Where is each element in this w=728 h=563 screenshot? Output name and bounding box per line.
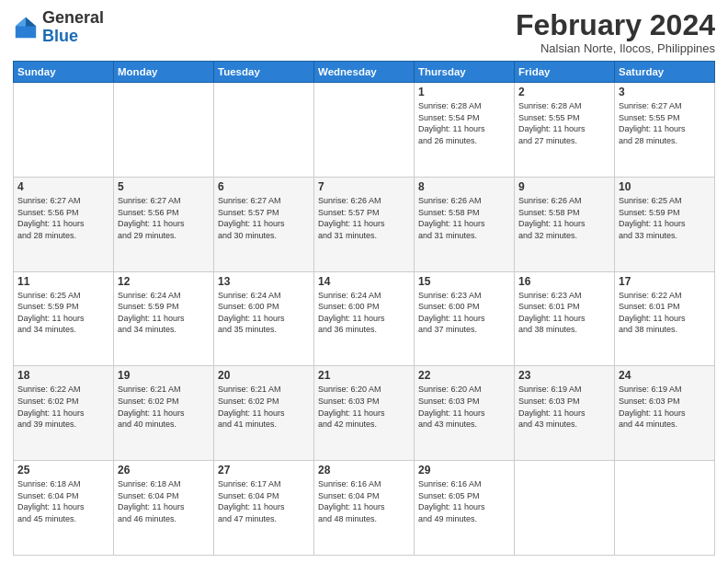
day-detail: Sunrise: 6:26 AM Sunset: 5:58 PM Dayligh… (418, 195, 510, 241)
day-number: 24 (619, 369, 711, 382)
title-block: February 2024 Nalsian Norte, Ilocos, Phi… (516, 9, 715, 55)
table-row: 4Sunrise: 6:27 AM Sunset: 5:56 PM Daylig… (14, 177, 114, 271)
day-number: 11 (17, 275, 109, 288)
day-number: 1 (418, 86, 510, 98)
day-number: 7 (318, 180, 410, 193)
table-row: 8Sunrise: 6:26 AM Sunset: 5:58 PM Daylig… (415, 177, 515, 271)
day-number: 14 (318, 275, 410, 288)
day-detail: Sunrise: 6:22 AM Sunset: 6:02 PM Dayligh… (17, 384, 109, 430)
table-row: 22Sunrise: 6:20 AM Sunset: 6:03 PM Dayli… (415, 366, 515, 461)
table-row (314, 83, 415, 178)
day-detail: Sunrise: 6:27 AM Sunset: 5:57 PM Dayligh… (218, 195, 310, 241)
day-detail: Sunrise: 6:22 AM Sunset: 6:01 PM Dayligh… (619, 290, 711, 336)
day-detail: Sunrise: 6:27 AM Sunset: 5:56 PM Dayligh… (17, 195, 109, 241)
calendar-week-row: 18Sunrise: 6:22 AM Sunset: 6:02 PM Dayli… (14, 366, 715, 461)
calendar-week-row: 1Sunrise: 6:28 AM Sunset: 5:54 PM Daylig… (14, 83, 715, 178)
day-detail: Sunrise: 6:28 AM Sunset: 5:55 PM Dayligh… (518, 100, 610, 146)
day-number: 23 (518, 369, 610, 382)
day-detail: Sunrise: 6:18 AM Sunset: 6:04 PM Dayligh… (118, 478, 210, 524)
table-row: 23Sunrise: 6:19 AM Sunset: 6:03 PM Dayli… (515, 366, 615, 461)
table-row: 20Sunrise: 6:21 AM Sunset: 6:02 PM Dayli… (214, 366, 314, 461)
table-row: 15Sunrise: 6:23 AM Sunset: 6:00 PM Dayli… (415, 271, 515, 366)
day-detail: Sunrise: 6:19 AM Sunset: 6:03 PM Dayligh… (619, 384, 711, 430)
table-row: 14Sunrise: 6:24 AM Sunset: 6:00 PM Dayli… (314, 271, 415, 366)
day-number: 20 (218, 369, 310, 382)
table-row (515, 461, 615, 556)
day-detail: Sunrise: 6:24 AM Sunset: 6:00 PM Dayligh… (318, 290, 410, 336)
day-detail: Sunrise: 6:24 AM Sunset: 6:00 PM Dayligh… (218, 290, 310, 336)
table-row (114, 83, 214, 178)
day-detail: Sunrise: 6:25 AM Sunset: 5:59 PM Dayligh… (17, 290, 109, 336)
day-detail: Sunrise: 6:19 AM Sunset: 6:03 PM Dayligh… (518, 384, 610, 430)
logo-general: General (42, 8, 104, 27)
col-thursday: Thursday (415, 62, 515, 83)
logo-blue: Blue (42, 27, 78, 45)
day-detail: Sunrise: 6:20 AM Sunset: 6:03 PM Dayligh… (418, 384, 510, 430)
table-row: 3Sunrise: 6:27 AM Sunset: 5:55 PM Daylig… (615, 83, 715, 178)
day-detail: Sunrise: 6:28 AM Sunset: 5:54 PM Dayligh… (418, 100, 510, 146)
day-number: 6 (218, 180, 310, 193)
day-detail: Sunrise: 6:23 AM Sunset: 6:01 PM Dayligh… (518, 290, 610, 336)
day-detail: Sunrise: 6:21 AM Sunset: 6:02 PM Dayligh… (218, 384, 310, 430)
day-detail: Sunrise: 6:25 AM Sunset: 5:59 PM Dayligh… (619, 195, 711, 241)
col-saturday: Saturday (615, 62, 715, 83)
col-friday: Friday (515, 62, 615, 83)
table-row: 25Sunrise: 6:18 AM Sunset: 6:04 PM Dayli… (14, 461, 114, 556)
table-row: 17Sunrise: 6:22 AM Sunset: 6:01 PM Dayli… (615, 271, 715, 366)
day-number: 13 (218, 275, 310, 288)
day-number: 15 (418, 275, 510, 288)
day-number: 19 (118, 369, 210, 382)
table-row: 21Sunrise: 6:20 AM Sunset: 6:03 PM Dayli… (314, 366, 415, 461)
table-row: 11Sunrise: 6:25 AM Sunset: 5:59 PM Dayli… (14, 271, 114, 366)
day-detail: Sunrise: 6:23 AM Sunset: 6:00 PM Dayligh… (418, 290, 510, 336)
day-detail: Sunrise: 6:18 AM Sunset: 6:04 PM Dayligh… (17, 478, 109, 524)
day-number: 21 (318, 369, 410, 382)
day-number: 10 (619, 180, 711, 193)
table-row: 26Sunrise: 6:18 AM Sunset: 6:04 PM Dayli… (114, 461, 214, 556)
day-detail: Sunrise: 6:26 AM Sunset: 5:57 PM Dayligh… (318, 195, 410, 241)
day-number: 27 (218, 464, 310, 477)
table-row: 16Sunrise: 6:23 AM Sunset: 6:01 PM Dayli… (515, 271, 615, 366)
table-row: 2Sunrise: 6:28 AM Sunset: 5:55 PM Daylig… (515, 83, 615, 178)
logo-text: General Blue (42, 9, 104, 46)
month-title: February 2024 (516, 9, 715, 41)
table-row: 18Sunrise: 6:22 AM Sunset: 6:02 PM Dayli… (14, 366, 114, 461)
day-number: 25 (17, 464, 109, 477)
day-number: 8 (418, 180, 510, 193)
table-row: 13Sunrise: 6:24 AM Sunset: 6:00 PM Dayli… (214, 271, 314, 366)
day-number: 2 (518, 86, 610, 98)
calendar-header-row: Sunday Monday Tuesday Wednesday Thursday… (14, 62, 715, 83)
table-row: 28Sunrise: 6:16 AM Sunset: 6:04 PM Dayli… (314, 461, 415, 556)
day-detail: Sunrise: 6:27 AM Sunset: 5:56 PM Dayligh… (118, 195, 210, 241)
day-number: 26 (118, 464, 210, 477)
col-sunday: Sunday (14, 62, 114, 83)
day-number: 12 (118, 275, 210, 288)
day-detail: Sunrise: 6:16 AM Sunset: 6:05 PM Dayligh… (418, 478, 510, 524)
day-number: 28 (318, 464, 410, 477)
table-row: 1Sunrise: 6:28 AM Sunset: 5:54 PM Daylig… (415, 83, 515, 178)
table-row: 29Sunrise: 6:16 AM Sunset: 6:05 PM Dayli… (415, 461, 515, 556)
day-detail: Sunrise: 6:24 AM Sunset: 5:59 PM Dayligh… (118, 290, 210, 336)
table-row: 9Sunrise: 6:26 AM Sunset: 5:58 PM Daylig… (515, 177, 615, 271)
calendar-week-row: 4Sunrise: 6:27 AM Sunset: 5:56 PM Daylig… (14, 177, 715, 271)
table-row: 6Sunrise: 6:27 AM Sunset: 5:57 PM Daylig… (214, 177, 314, 271)
calendar-table: Sunday Monday Tuesday Wednesday Thursday… (13, 61, 715, 556)
table-row (14, 83, 114, 178)
day-number: 16 (518, 275, 610, 288)
table-row (615, 461, 715, 556)
table-row: 10Sunrise: 6:25 AM Sunset: 5:59 PM Dayli… (615, 177, 715, 271)
day-detail: Sunrise: 6:26 AM Sunset: 5:58 PM Dayligh… (518, 195, 610, 241)
day-detail: Sunrise: 6:21 AM Sunset: 6:02 PM Dayligh… (118, 384, 210, 430)
logo-icon (13, 15, 39, 40)
day-detail: Sunrise: 6:17 AM Sunset: 6:04 PM Dayligh… (218, 478, 310, 524)
day-detail: Sunrise: 6:20 AM Sunset: 6:03 PM Dayligh… (318, 384, 410, 430)
table-row (214, 83, 314, 178)
day-number: 29 (418, 464, 510, 477)
svg-marker-1 (26, 17, 36, 27)
logo: General Blue (13, 9, 104, 46)
table-row: 24Sunrise: 6:19 AM Sunset: 6:03 PM Dayli… (615, 366, 715, 461)
day-number: 9 (518, 180, 610, 193)
day-number: 18 (17, 369, 109, 382)
day-number: 4 (17, 180, 109, 193)
day-number: 17 (619, 275, 711, 288)
